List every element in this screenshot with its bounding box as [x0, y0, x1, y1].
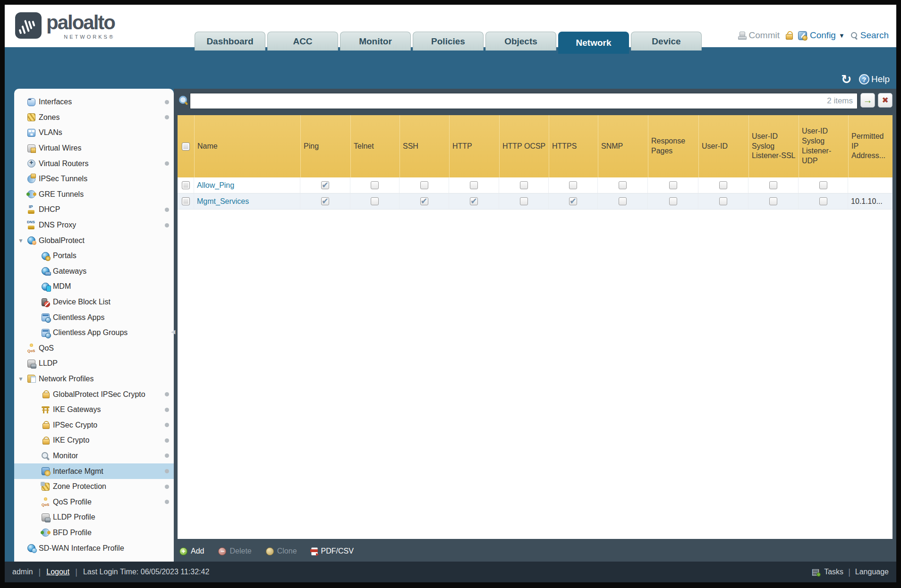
sidebar-item-ipsec-tunnels[interactable]: IPSec Tunnels — [14, 171, 174, 187]
sidebar-item-interfaces[interactable]: Interfaces — [14, 94, 174, 110]
tab-network[interactable]: Network — [558, 32, 629, 54]
column-header-user-id-syslog-listener-ssl[interactable]: User-ID Syslog Listener-SSL — [748, 115, 799, 177]
table-row-mgmt-services[interactable]: Mgmt_Services10.1.10... — [178, 193, 892, 210]
unchecked-checkbox[interactable] — [669, 181, 677, 189]
column-header-name[interactable]: Name — [194, 115, 300, 177]
add-button[interactable]: + Add — [179, 547, 204, 555]
unchecked-checkbox[interactable] — [470, 181, 478, 189]
sidebar-item-network-profiles[interactable]: ▼Network Profiles — [14, 371, 174, 387]
pdf-csv-button[interactable]: PDF/CSV — [311, 547, 354, 555]
checked-checkbox[interactable] — [420, 197, 428, 205]
sidebar-item-ike-gateways[interactable]: IKE Gateways — [14, 402, 174, 418]
unchecked-checkbox[interactable] — [371, 197, 379, 205]
clear-filter-button[interactable]: ✖ — [878, 93, 892, 108]
sidebar-item-qos-profile[interactable]: QoS Profile — [14, 494, 174, 510]
sidebar-item-mdm[interactable]: MDM — [14, 279, 174, 294]
apply-filter-button[interactable]: → — [860, 93, 875, 108]
column-header-https[interactable]: HTTPS — [549, 115, 598, 177]
unchecked-checkbox[interactable] — [619, 197, 627, 205]
unchecked-checkbox[interactable] — [669, 197, 677, 205]
language-link[interactable]: Language — [855, 568, 889, 576]
sidebar-collapse-handle[interactable]: ◀ — [171, 328, 175, 335]
profile-name-link[interactable]: Mgmt_Services — [197, 197, 249, 206]
sidebar-item-gre-tunnels[interactable]: GRE Tunnels — [14, 187, 174, 202]
table-row-allow-ping[interactable]: Allow_Ping — [178, 177, 892, 193]
sidebar-item-interface-mgmt[interactable]: Interface Mgmt — [14, 463, 174, 479]
unchecked-checkbox[interactable] — [520, 197, 528, 205]
sidebar-item-portals[interactable]: Portals — [14, 248, 174, 264]
profile-name-link[interactable]: Allow_Ping — [197, 181, 234, 190]
sidebar-item-qos[interactable]: QoS — [14, 341, 174, 356]
sidebar-item-clientless-apps[interactable]: Clientless Apps — [14, 310, 174, 325]
unchecked-checkbox[interactable] — [719, 181, 727, 189]
sidebar-item-dns-proxy[interactable]: DNS Proxy — [14, 218, 174, 233]
sidebar-item-lldp[interactable]: LLDP — [14, 356, 174, 371]
unchecked-checkbox[interactable] — [769, 197, 777, 205]
row-select-checkbox[interactable] — [182, 197, 190, 205]
checked-checkbox[interactable] — [569, 197, 577, 205]
unchecked-checkbox[interactable] — [520, 181, 528, 189]
tab-device[interactable]: Device — [631, 32, 702, 50]
sidebar-item-gateways[interactable]: Gateways — [14, 264, 174, 279]
tasks-link[interactable]: Tasks — [824, 568, 843, 576]
unchecked-checkbox[interactable] — [819, 197, 827, 205]
sidebar-item-zone-protection[interactable]: Zone Protection — [14, 479, 174, 495]
clone-button[interactable]: Clone — [266, 547, 297, 555]
column-header-response-pages[interactable]: Response Pages — [648, 115, 698, 177]
filter-input[interactable] — [190, 93, 858, 109]
column-header-ssh[interactable]: SSH — [400, 115, 449, 177]
sidebar-item-ike-crypto[interactable]: IKE Crypto — [14, 433, 174, 448]
column-header-ping[interactable]: Ping — [300, 115, 350, 177]
column-header-user-id-syslog-listener-udp[interactable]: User-ID Syslog Listener-UDP — [799, 115, 848, 177]
sidebar-item-vlans[interactable]: VLANs — [14, 125, 174, 141]
tab-objects[interactable]: Objects — [485, 32, 556, 50]
column-header-user-id[interactable]: User-ID — [698, 115, 748, 177]
unlock-icon[interactable] — [785, 31, 792, 40]
sidebar-item-dhcp[interactable]: DHCP — [14, 202, 174, 218]
unchecked-checkbox[interactable] — [819, 181, 827, 189]
checked-checkbox[interactable] — [321, 181, 329, 189]
delete-button[interactable]: − Delete — [218, 547, 251, 555]
sidebar-item-clientless-app-groups[interactable]: Clientless App Groups — [14, 325, 174, 341]
unchecked-checkbox[interactable] — [719, 197, 727, 205]
unchecked-checkbox[interactable] — [420, 181, 428, 189]
sidebar-item-bfd-profile[interactable]: BFD Profile — [14, 525, 174, 541]
service-check-cell-user-id-syslog-listener-udp — [799, 193, 848, 209]
tab-policies[interactable]: Policies — [413, 32, 484, 50]
tab-dashboard[interactable]: Dashboard — [195, 32, 265, 50]
config-menu-button[interactable]: Config ▼ — [798, 30, 845, 41]
logout-link[interactable]: Logout — [46, 568, 69, 576]
sidebar-item-globalprotect[interactable]: ▼GlobalProtect — [14, 233, 174, 248]
global-search-button[interactable]: Search — [850, 30, 889, 41]
checked-checkbox[interactable] — [470, 197, 478, 205]
tasks-icon[interactable]: ▤ — [811, 567, 819, 577]
sidebar-item-globalprotect-ipsec-crypto[interactable]: GlobalProtect IPSec Crypto — [14, 386, 174, 402]
unchecked-checkbox[interactable] — [569, 181, 577, 189]
sidebar-item-lldp-profile[interactable]: LLDP Profile — [14, 510, 174, 525]
sidebar-item-virtual-wires[interactable]: Virtual Wires — [14, 141, 174, 156]
unchecked-checkbox[interactable] — [371, 181, 379, 189]
column-header-snmp[interactable]: SNMP — [598, 115, 648, 177]
tab-monitor[interactable]: Monitor — [340, 32, 411, 50]
row-select-checkbox[interactable] — [182, 181, 190, 189]
sidebar-item-ipsec-crypto[interactable]: IPSec Crypto — [14, 417, 174, 433]
unchecked-checkbox[interactable] — [769, 181, 777, 189]
unchecked-checkbox[interactable] — [619, 181, 627, 189]
commit-button[interactable]: Commit — [738, 30, 780, 41]
sidebar-item-monitor[interactable]: Monitor — [14, 448, 174, 464]
column-header-http[interactable]: HTTP — [449, 115, 499, 177]
checked-checkbox[interactable] — [321, 197, 329, 205]
sidebar-item-device-block-list[interactable]: Device Block List — [14, 294, 174, 310]
sidebar-item-zones[interactable]: Zones — [14, 110, 174, 126]
select-all-checkbox[interactable] — [182, 143, 190, 151]
column-header-telnet[interactable]: Telnet — [350, 115, 400, 177]
sidebar-item-sd-wan-interface-profile[interactable]: SD-WAN Interface Profile — [14, 540, 174, 556]
expander-icon[interactable]: ▼ — [18, 237, 24, 244]
expander-icon[interactable]: ▼ — [18, 376, 24, 382]
refresh-icon[interactable]: ↻ — [841, 74, 851, 85]
sidebar-item-virtual-routers[interactable]: Virtual Routers — [14, 156, 174, 171]
help-button[interactable]: ? Help — [859, 74, 890, 84]
column-header-http-ocsp[interactable]: HTTP OCSP — [499, 115, 549, 177]
column-header-permitted-ip-address[interactable]: Permitted IP Address... — [848, 115, 892, 177]
tab-acc[interactable]: ACC — [267, 32, 338, 50]
